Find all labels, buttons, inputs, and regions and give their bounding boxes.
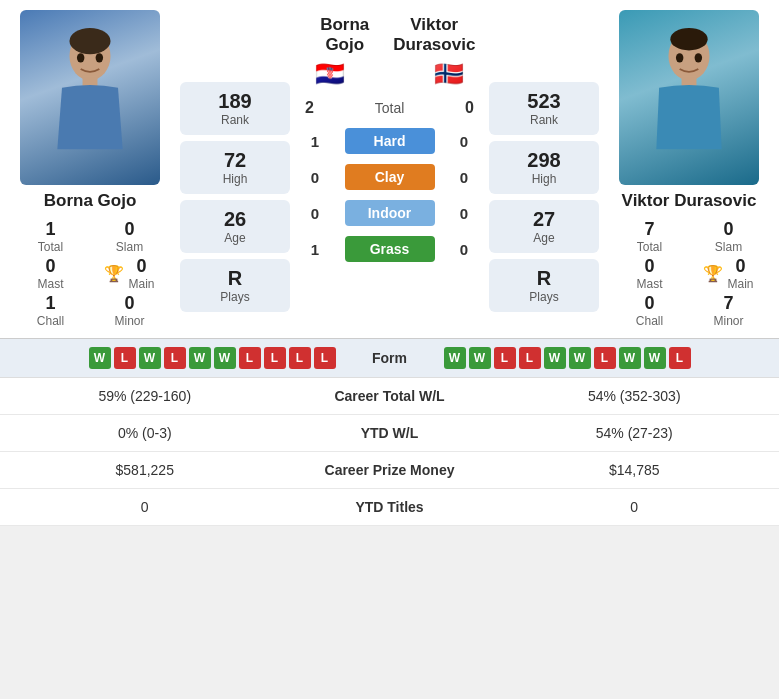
left-main-label: Main — [128, 277, 154, 291]
form-left: WLWLWWLLLL — [10, 347, 336, 369]
left-rank-box: 189 Rank — [180, 82, 290, 135]
right-plays-value: R — [504, 267, 584, 290]
stat-left-value: 59% (229-160) — [0, 388, 290, 404]
right-trophy-row: 🏆 0 Main — [691, 256, 766, 291]
surface-right-score: 0 — [454, 133, 474, 150]
surface-right-score: 0 — [454, 241, 474, 258]
left-main-cell: 0 Main — [128, 256, 154, 291]
right-age-label: Age — [504, 231, 584, 245]
form-result-badge: L — [314, 347, 336, 369]
right-rank-value: 523 — [504, 90, 584, 113]
player-right-photo — [619, 10, 759, 185]
stat-right-value: 54% (27-23) — [490, 425, 780, 441]
surface-right-score: 0 — [454, 205, 474, 222]
left-total-cell: 1 Total — [13, 219, 88, 254]
right-slam-cell: 0 Slam — [691, 219, 766, 254]
left-plays-label: Plays — [195, 290, 275, 304]
player-left-name: Borna Gojo — [44, 191, 137, 211]
right-total-cell: 7 Total — [612, 219, 687, 254]
svg-point-6 — [670, 28, 707, 50]
right-mast-label: Mast — [612, 277, 687, 291]
right-trophy-icon: 🏆 — [703, 264, 723, 283]
left-minor-cell: 0 Minor — [92, 293, 167, 328]
right-minor-cell: 7 Minor — [691, 293, 766, 328]
stats-row: $581,225 Career Prize Money $14,785 — [0, 452, 779, 489]
stat-right-value: $14,785 — [490, 462, 780, 478]
right-rank-box: 523 Rank — [489, 82, 599, 135]
form-result-badge: L — [289, 347, 311, 369]
form-result-badge: L — [164, 347, 186, 369]
form-section: WLWLWWLLLL Form WWLLWWLWWL — [0, 338, 779, 377]
left-chall-cell: 1 Chall — [13, 293, 88, 328]
form-result-badge: W — [469, 347, 491, 369]
totals-row: 2 Total 0 — [295, 93, 484, 123]
right-chall-label: Chall — [612, 314, 687, 328]
surface-rows: 1 Hard 0 0 Clay 0 0 Indoor 0 1 Grass 0 — [295, 123, 484, 267]
svg-point-1 — [69, 28, 110, 54]
stat-center-label: Career Prize Money — [290, 462, 490, 478]
right-plays-label: Plays — [504, 290, 584, 304]
left-age-box: 26 Age — [180, 200, 290, 253]
form-result-badge: W — [569, 347, 591, 369]
right-high-value: 298 — [504, 149, 584, 172]
right-chall-cell: 0 Chall — [612, 293, 687, 328]
form-result-badge: W — [139, 347, 161, 369]
left-main-value: 0 — [128, 256, 154, 277]
left-mast-value: 0 — [45, 256, 55, 277]
left-mast-label: Mast — [37, 277, 63, 291]
left-high-box: 72 High — [180, 141, 290, 194]
right-total-label: Total — [612, 240, 687, 254]
left-mast-cell: 0 Mast — [13, 256, 88, 291]
stat-left-value: $581,225 — [0, 462, 290, 478]
form-result-badge: L — [239, 347, 261, 369]
right-flag: 🇳🇴 — [434, 60, 464, 88]
right-slam-label: Slam — [691, 240, 766, 254]
right-chall-value: 0 — [612, 293, 687, 314]
left-trophy-row: 🏆 0 Main — [92, 256, 167, 291]
form-result-badge: W — [189, 347, 211, 369]
right-high-label: High — [504, 172, 584, 186]
form-result-badge: W — [644, 347, 666, 369]
surface-row: 0 Indoor 0 — [295, 195, 484, 231]
surface-right-score: 0 — [454, 169, 474, 186]
left-name-top: Borna Gojo — [300, 15, 390, 55]
stat-left-value: 0 — [0, 499, 290, 515]
surface-left-score: 0 — [305, 169, 325, 186]
right-name-top: Viktor Durasovic — [390, 15, 480, 55]
form-result-badge: L — [669, 347, 691, 369]
left-total-label: Total — [13, 240, 88, 254]
right-age-value: 27 — [504, 208, 584, 231]
surface-row: 0 Clay 0 — [295, 159, 484, 195]
left-rank-value: 189 — [195, 90, 275, 113]
stat-right-value: 0 — [490, 499, 780, 515]
stat-center-label: Career Total W/L — [290, 388, 490, 404]
right-high-box: 298 High — [489, 141, 599, 194]
right-mast-cell: 0 Mast — [612, 256, 687, 291]
left-high-label: High — [195, 172, 275, 186]
left-trophy-icon: 🏆 — [104, 264, 124, 283]
form-result-badge: W — [214, 347, 236, 369]
form-result-badge: W — [619, 347, 641, 369]
right-age-box: 27 Age — [489, 200, 599, 253]
main-container: Borna Gojo 1 Total 0 Slam 0 Mast 🏆 — [0, 0, 779, 526]
left-slam-cell: 0 Slam — [92, 219, 167, 254]
form-label: Form — [340, 350, 440, 366]
form-right: WWLLWWLWWL — [444, 347, 770, 369]
stats-row: 0% (0-3) YTD W/L 54% (27-23) — [0, 415, 779, 452]
player-left-silhouette — [40, 28, 140, 168]
middle-section: Borna Gojo Viktor Durasovic 🇭🇷 🇳🇴 2 Tota… — [295, 10, 484, 328]
surface-row: 1 Grass 0 — [295, 231, 484, 267]
total-right: 0 — [465, 99, 474, 117]
players-section: Borna Gojo 1 Total 0 Slam 0 Mast 🏆 — [0, 0, 779, 338]
right-stat-boxes: 523 Rank 298 High 27 Age R Plays — [484, 10, 604, 328]
surface-badge: Grass — [345, 236, 435, 262]
stat-left-value: 0% (0-3) — [0, 425, 290, 441]
left-age-value: 26 — [195, 208, 275, 231]
player-right-name: Viktor Durasovic — [622, 191, 757, 211]
left-total-value: 1 — [13, 219, 88, 240]
surface-left-score: 1 — [305, 133, 325, 150]
right-minor-value: 7 — [691, 293, 766, 314]
right-main-value: 0 — [727, 256, 753, 277]
player-left-photo — [20, 10, 160, 185]
surface-badge: Indoor — [345, 200, 435, 226]
